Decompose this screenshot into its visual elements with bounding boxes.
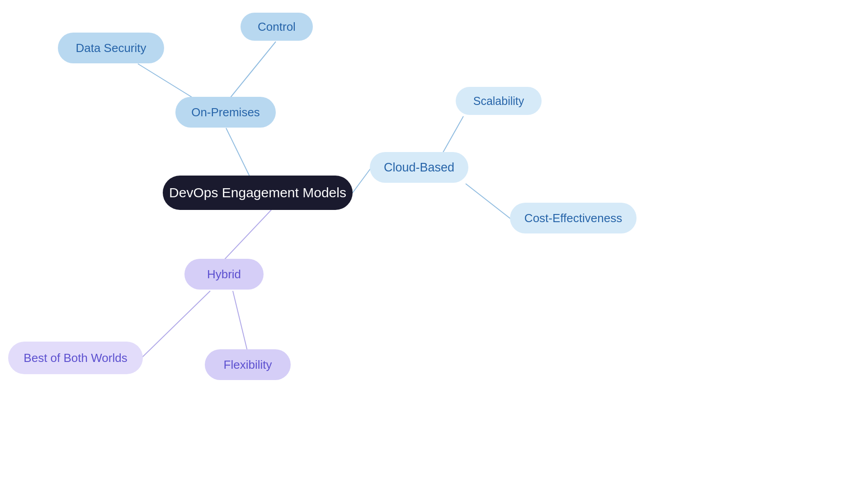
hybrid-node: Hybrid: [184, 259, 264, 290]
svg-line-5: [466, 184, 511, 219]
svg-line-3: [353, 168, 371, 193]
cost-effectiveness-node: Cost-Effectiveness: [510, 203, 637, 233]
control-node: Control: [241, 13, 313, 41]
mind-map-connections: [0, 0, 868, 490]
best-of-both-worlds-node: Best of Both Worlds: [8, 342, 143, 374]
scalability-node: Scalability: [456, 87, 542, 115]
svg-line-2: [231, 42, 276, 97]
on-premises-node: On-Premises: [175, 97, 276, 128]
flexibility-node: Flexibility: [205, 349, 291, 380]
svg-line-7: [140, 291, 210, 359]
svg-line-8: [233, 291, 247, 351]
cloud-based-node: Cloud-Based: [370, 152, 468, 183]
svg-line-6: [224, 210, 271, 260]
data-security-node: Data Security: [58, 33, 164, 63]
center-node: DevOps Engagement Models: [163, 176, 353, 210]
